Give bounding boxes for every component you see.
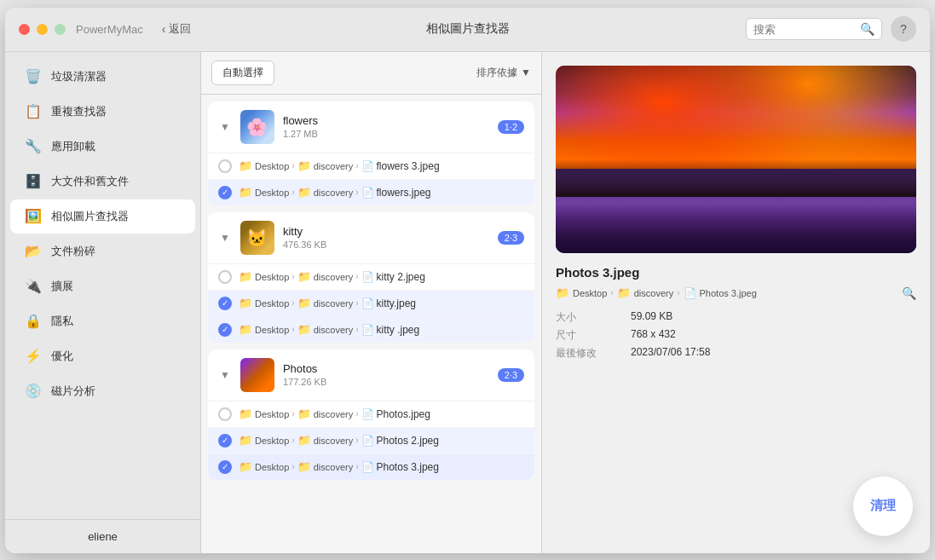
crumb-folder: 📁 discovery <box>297 186 353 199</box>
group-kitty-header[interactable]: ▼ kitty 476.36 KB 2·3 <box>208 212 534 264</box>
sidebar-item-label: 優化 <box>51 349 73 364</box>
sunset-image-visual <box>556 66 916 253</box>
sidebar-item-duplicates[interactable]: 📋 重複查找器 <box>10 95 195 129</box>
file-row[interactable]: ✓ 📁 Desktop › 📁 discovery <box>208 428 534 454</box>
privacy-icon: 🔒 <box>24 312 43 331</box>
sidebar-item-label: 重複查找器 <box>51 104 107 119</box>
path-crumb: 📁 Desktop › 📁 discovery › 📄 <box>239 270 524 283</box>
folder-icon: 📁 <box>239 460 252 473</box>
auto-select-button[interactable]: 自動選擇 <box>211 61 274 85</box>
file-list-scroll[interactable]: ▼ flowers 1.27 MB 1·2 <box>201 95 541 553</box>
group-flowers-toggle[interactable]: ▼ <box>218 119 232 135</box>
search-bar[interactable]: 🔍 <box>746 18 882 40</box>
sidebar-item-shredder[interactable]: 📂 文件粉碎 <box>10 234 195 268</box>
crumb-arrow: › <box>291 436 294 445</box>
file-row[interactable]: ✓ 📁 Desktop › 📁 discovery <box>208 454 534 480</box>
sidebar-item-large-files[interactable]: 🗄️ 大文件和舊文件 <box>10 165 195 199</box>
cleaner-icon: 🗑️ <box>24 67 43 86</box>
crumb-folder: 📁 discovery <box>297 323 353 336</box>
crumb-text: discovery <box>314 462 353 472</box>
file-checkbox[interactable]: ✓ <box>218 323 232 337</box>
crumb-text: Desktop <box>255 436 289 446</box>
crumb-text: discovery <box>314 325 353 335</box>
group-kitty-thumb <box>240 221 274 255</box>
sort-button[interactable]: 排序依據 ▼ <box>476 66 531 80</box>
file-name-text: Photos 3.jpeg <box>377 461 439 473</box>
sidebar-item-label: 文件粉碎 <box>51 244 95 259</box>
preview-path-crumb: 📁 Desktop › 📁 discovery › 📄 Photos 3.jpe… <box>556 286 757 299</box>
file-checkbox[interactable] <box>218 270 232 284</box>
minimize-button[interactable] <box>37 24 48 35</box>
group-photos-toggle[interactable]: ▼ <box>218 367 232 383</box>
file-name-text: flowers.jpeg <box>377 187 431 199</box>
folder-icon: 📁 <box>556 286 569 299</box>
crumb-folder: 📁 discovery <box>297 297 353 309</box>
sidebar-item-disk-analysis[interactable]: 💿 磁片分析 <box>10 374 195 408</box>
search-input[interactable] <box>753 23 855 36</box>
file-icon: 📄 <box>684 287 696 299</box>
path-crumb: 📁 Desktop › 📁 discovery › 📄 <box>239 460 524 473</box>
file-list-panel: 自動選擇 排序依據 ▼ ▼ <box>201 52 542 553</box>
file-row[interactable]: ✓ 📁 Desktop › 📁 discovery <box>208 180 534 205</box>
sort-label: 排序依據 <box>476 66 517 80</box>
group-photos-header[interactable]: ▼ Photos 177.26 KB 2·3 <box>208 349 534 401</box>
close-button[interactable] <box>19 24 30 35</box>
sidebar-item-privacy[interactable]: 🔒 隱私 <box>10 304 195 338</box>
sidebar-item-uninstaller[interactable]: 🔧 應用卸載 <box>10 130 195 164</box>
sidebar-item-extensions[interactable]: 🔌 擴展 <box>10 269 195 303</box>
file-checkbox[interactable]: ✓ <box>218 186 232 199</box>
folder-icon: 📁 <box>297 270 311 283</box>
group-flowers-header[interactable]: ▼ flowers 1.27 MB 1·2 <box>208 101 534 153</box>
sidebar-item-optimization[interactable]: ⚡ 優化 <box>10 339 195 373</box>
file-row[interactable]: ✓ 📁 Desktop › 📁 discovery <box>208 291 534 317</box>
folder-icon: 📁 <box>239 297 252 309</box>
path-crumb: 📁 Desktop › 📁 discovery › 📄 <box>239 407 524 420</box>
file-checkbox[interactable]: ✓ <box>218 460 232 474</box>
group-kitty-name: kitty <box>283 225 489 238</box>
file-checkbox[interactable]: ✓ <box>218 297 232 310</box>
crumb-folder: 📁 Desktop <box>239 159 289 172</box>
crumb-text: discovery <box>634 288 673 298</box>
clean-button[interactable]: 清理 <box>853 476 913 536</box>
group-photos: ▼ Photos 177.26 KB 2·3 <box>208 349 534 480</box>
file-name-text: kitty .jpeg <box>377 324 420 336</box>
file-icon: 📄 <box>361 324 374 336</box>
titlebar: PowerMyMac ‹ 返回 相似圖片查找器 🔍 ? <box>5 8 930 52</box>
sidebar-item-cleaner[interactable]: 🗑️ 垃圾清潔器 <box>10 60 195 94</box>
file-row[interactable]: 📁 Desktop › 📁 discovery › 📄 <box>208 153 534 180</box>
help-button[interactable]: ? <box>891 16 916 42</box>
file-row[interactable]: 📁 Desktop › 📁 discovery › 📄 <box>208 401 534 428</box>
crumb-text: Desktop <box>255 188 289 198</box>
group-flowers-thumb <box>240 110 274 144</box>
file-icon: 📄 <box>361 187 374 199</box>
crumb-arrow: › <box>291 161 294 170</box>
group-kitty-badge: 2·3 <box>498 231 524 245</box>
file-checkbox[interactable]: ✓ <box>218 434 232 447</box>
file-checkbox[interactable] <box>218 159 232 173</box>
group-kitty-size: 476.36 KB <box>283 240 489 250</box>
group-photos-info: Photos 177.26 KB <box>283 362 489 387</box>
extensions-icon: 🔌 <box>24 277 43 296</box>
folder-icon: 📁 <box>239 407 252 420</box>
group-photos-badge: 2·3 <box>498 368 524 382</box>
file-checkbox[interactable] <box>218 407 232 421</box>
file-row[interactable]: ✓ 📁 Desktop › 📁 discovery <box>208 317 534 343</box>
group-flowers-info: flowers 1.27 MB <box>283 114 489 139</box>
maximize-button[interactable] <box>55 24 66 35</box>
group-photos-thumb <box>240 358 274 392</box>
optimization-icon: ⚡ <box>24 347 43 366</box>
back-button[interactable]: ‹ 返回 <box>162 21 192 37</box>
size-label: 大小 <box>556 310 624 325</box>
search-file-button[interactable]: 🔍 <box>902 286 916 300</box>
crumb-arrow: › <box>355 188 358 197</box>
folder-icon: 📁 <box>297 434 311 447</box>
crumb-arrow: › <box>291 325 294 334</box>
file-row[interactable]: 📁 Desktop › 📁 discovery › 📄 <box>208 264 534 291</box>
sidebar-item-similar-photos[interactable]: 🖼️ 相似圖片查找器 <box>10 199 195 234</box>
page-title: 相似圖片查找器 <box>426 21 510 37</box>
group-kitty-toggle[interactable]: ▼ <box>218 230 232 245</box>
preview-image <box>556 66 916 253</box>
crumb-folder: 📁 Desktop <box>239 186 289 199</box>
file-icon: 📄 <box>361 408 374 420</box>
crumb-text: Desktop <box>255 325 289 335</box>
